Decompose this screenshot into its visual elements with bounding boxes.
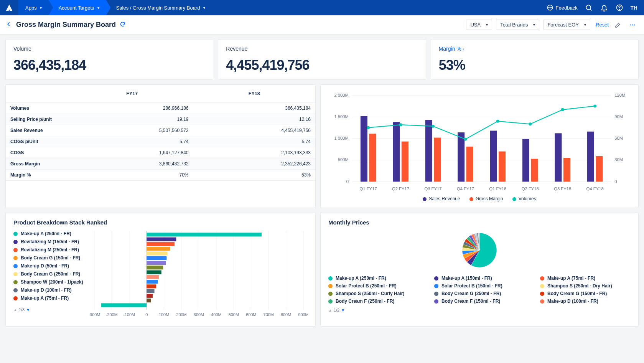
filter-region[interactable]: USA▾ (466, 20, 492, 30)
page-header: Gross Margin Summary Board USA▾ Total Br… (0, 15, 644, 35)
row-label: Gross Margin (6, 158, 71, 169)
app-logo[interactable] (0, 0, 18, 15)
svg-text:500M: 500M (229, 313, 239, 317)
row-label: COGS p/Unit (6, 136, 71, 147)
table-row[interactable]: Margin % 70% 53% (6, 169, 315, 180)
svg-text:Q3 FY18: Q3 FY18 (554, 186, 571, 191)
nav-apps[interactable]: Apps ▾ (18, 0, 49, 15)
svg-rect-88 (147, 247, 170, 251)
kpi-volume[interactable]: Volume 366,435,184 (5, 39, 213, 80)
search-icon[interactable] (585, 3, 593, 12)
kpi-revenue-label: Revenue (226, 46, 418, 52)
table-row[interactable]: COGS 1,647,127,840 2,103,193,333 (6, 147, 315, 158)
legend-item[interactable]: Make-up A (150ml - FR) (434, 276, 525, 281)
filter-scenario[interactable]: Forecast EOY▾ (543, 20, 590, 30)
table-row[interactable]: Volumes 286,966,186 366,435,184 (6, 102, 315, 114)
svg-rect-34 (369, 134, 376, 182)
legend-item[interactable]: Body Cream G (150ml - FR) (13, 255, 86, 261)
svg-rect-41 (596, 156, 603, 182)
legend-item[interactable]: Gross Margin (469, 196, 503, 201)
legend-item[interactable]: Make-up A (250ml - FR) (328, 276, 419, 281)
nav-account-targets[interactable]: Account Targets ▾ (49, 0, 106, 15)
svg-rect-96 (147, 284, 156, 288)
sync-icon[interactable] (120, 21, 126, 28)
chevron-down-icon: ▾ (203, 6, 205, 10)
legend-item[interactable]: Make-up D (100ml - FR) (540, 299, 631, 304)
pager-prev-icon[interactable]: ▲ (13, 308, 17, 312)
legend-item[interactable]: Body Cream F (250ml - FR) (328, 299, 419, 304)
legend-item[interactable]: Sales Revenue (423, 196, 460, 201)
table-row[interactable]: Selling Price p/unit 19.19 12.16 (6, 114, 315, 125)
legend-item[interactable]: Make-up A (75ml - FR) (13, 295, 86, 301)
row-label: Margin % (6, 169, 71, 180)
pager-prev-icon[interactable]: ▲ (328, 308, 332, 312)
legend-item[interactable]: Solar Protect B (250ml - FR) (328, 283, 419, 289)
user-avatar[interactable]: TH (631, 5, 638, 11)
pager-next-icon[interactable]: ▼ (26, 308, 30, 312)
svg-text:Q1 FY17: Q1 FY17 (360, 186, 377, 191)
svg-text:Q2 FY17: Q2 FY17 (392, 186, 409, 191)
help-icon[interactable] (615, 3, 624, 12)
kpi-revenue[interactable]: Revenue 4,455,419,756 (218, 39, 426, 80)
table-row[interactable]: Sales Revenue 5,507,560,572 4,455,419,75… (6, 125, 315, 136)
legend-item[interactable]: Body Cream G (150ml - FR) (540, 291, 631, 296)
legend-item[interactable]: Body Cream F (150ml - FR) (434, 299, 525, 304)
more-icon[interactable] (627, 20, 638, 30)
row-fy18: 12.16 (193, 114, 315, 125)
legend-item[interactable]: Shampoo W (200ml - 1/pack) (13, 279, 86, 285)
row-fy18: 366,435,184 (193, 102, 315, 114)
row-fy17: 19.19 (71, 114, 193, 125)
notifications-icon[interactable] (600, 3, 608, 12)
ranked-legend: Make-up A (250ml - FR)Revitalizing M (15… (13, 231, 86, 320)
svg-rect-100 (101, 304, 147, 307)
filter-brand[interactable]: Total Brands▾ (496, 20, 539, 30)
global-nav: Apps ▾ Account Targets ▾ Sales / Gross M… (0, 0, 644, 15)
svg-text:1 000M: 1 000M (334, 136, 349, 140)
legend-item[interactable]: Make-up A (75ml - FR) (540, 276, 631, 281)
kpi-margin-label[interactable]: Margin % › (439, 46, 631, 52)
svg-rect-95 (147, 280, 158, 284)
kpi-volume-value: 366,435,184 (13, 57, 205, 73)
back-button[interactable] (6, 21, 12, 28)
feedback-button[interactable]: Feedback (547, 4, 578, 11)
page-title: Gross Margin Summary Board (16, 21, 116, 29)
svg-text:100M: 100M (159, 313, 169, 317)
svg-rect-85 (147, 233, 262, 237)
reset-filters[interactable]: Reset (596, 22, 609, 28)
kpi-margin[interactable]: Margin % › 53% (431, 39, 639, 80)
legend-item[interactable]: Shampoo S (250ml - Dry Hair) (540, 283, 631, 289)
table-header (6, 85, 71, 102)
legend-item[interactable]: Revitalizing M (150ml - FR) (13, 239, 86, 244)
svg-rect-93 (147, 271, 161, 274)
legend-item[interactable]: Body Cream G (250ml - FR) (13, 271, 86, 277)
svg-line-5 (590, 9, 591, 10)
svg-rect-35 (402, 142, 408, 182)
pager-next-icon[interactable]: ▼ (341, 308, 345, 312)
ranked-chart-svg[interactable]: -300M-200M-100M0100M200M300M400M500M600M… (90, 231, 308, 319)
row-fy18: 2,103,193,333 (193, 147, 315, 158)
legend-item[interactable]: Make-up A (250ml - FR) (13, 231, 86, 236)
table-row[interactable]: COGS p/Unit 5.74 5.74 (6, 136, 315, 147)
legend-item[interactable]: Body Cream G (250ml - FR) (434, 291, 525, 296)
legend-item[interactable]: Solar Protect B (150ml - FR) (434, 283, 525, 289)
ranked-pager[interactable]: ▲1/3▼ (13, 307, 86, 312)
nav-board[interactable]: Sales / Gross Margin Summary Board ▾ (106, 0, 212, 15)
legend-item[interactable]: Volumes (512, 196, 536, 201)
pie-chart-svg[interactable] (453, 231, 506, 269)
chevron-down-icon: ▾ (533, 23, 535, 27)
row-fy18: 2,352,226,423 (193, 158, 315, 169)
svg-rect-86 (147, 238, 176, 241)
pie-pager[interactable]: ▲ 1/2 ▼ (328, 308, 345, 312)
svg-text:300M: 300M (194, 313, 204, 317)
legend-item[interactable]: Make-up D (100ml - FR) (13, 287, 86, 293)
legend-item[interactable]: Shampoo S (250ml - Curly Hair) (328, 291, 419, 296)
svg-rect-36 (434, 138, 441, 182)
row-fy17: 3,860,432,732 (71, 158, 193, 169)
quarterly-combo-chart[interactable]: 00500M30M1 000M60M1 500M90M2 000M120MQ1 … (320, 84, 639, 208)
svg-point-4 (586, 5, 591, 10)
legend-item[interactable]: Make-up D (50ml - FR) (13, 263, 86, 269)
edit-icon[interactable] (613, 20, 623, 30)
table-row[interactable]: Gross Margin 3,860,432,732 2,352,226,423 (6, 158, 315, 169)
combo-legend: Sales RevenueGross MarginVolumes (328, 196, 631, 201)
legend-item[interactable]: Revitalizing M (250ml - FR) (13, 247, 86, 252)
